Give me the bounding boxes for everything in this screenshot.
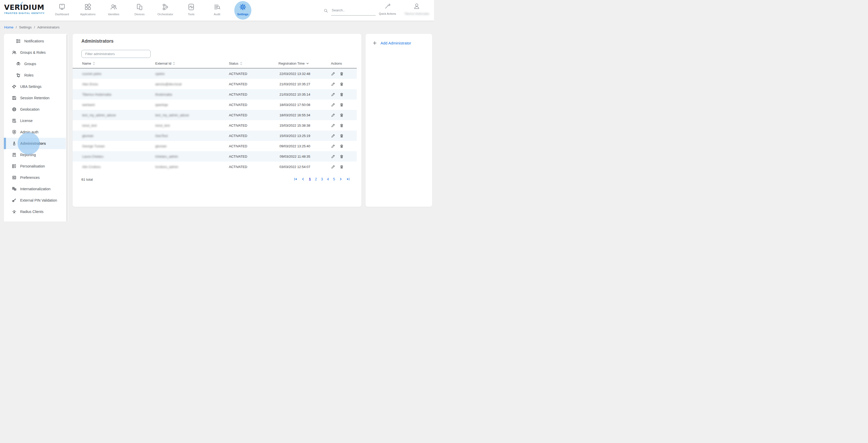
user-icon [413,3,420,10]
filter-administrators-input[interactable] [82,50,151,58]
cell-name: Alex Enciu [82,82,98,86]
breadcrumb-home-link[interactable]: Home [4,25,13,29]
column-header-external-id[interactable]: External Id [155,61,229,65]
orchestrator-icon [161,3,169,11]
add-administrator-label: Add Administrator [380,41,411,45]
add-administrator-button[interactable]: Add Administrator [372,40,411,46]
quick-actions-label: Quick Actions [375,12,400,15]
page-number[interactable]: 2 [315,177,317,181]
table-body: cosmin petre cpetre ACTIVATED 22/03/2022… [72,68,357,172]
reporting-icon [11,152,17,157]
next-page-icon[interactable] [339,177,343,181]
nav-item[interactable]: Identities [101,0,127,21]
user-menu[interactable]: Tiberius Hodorsaba [402,0,431,21]
breadcrumb-administrators: Administrators [37,25,59,29]
sidebar-item-label: Geolocation [20,107,39,111]
edit-icon[interactable] [331,102,335,107]
groups-roles-icon [11,50,17,55]
cell-registration-time: 03/03/2022 12:54:07 [278,165,331,169]
cell-status: ACTIVATED [229,92,278,96]
delete-icon[interactable] [339,144,344,148]
cell-external-id: gturean [155,144,167,148]
magic-wand-icon [384,3,391,9]
edit-icon[interactable] [331,113,335,117]
table-row: ionut_test ionut_test ACTIVATED 15/03/20… [72,120,357,130]
nav-item[interactable]: Audit [204,0,230,21]
table-header: Name External Id Status Registration Tim… [72,61,357,68]
last-page-icon[interactable] [346,177,350,181]
edit-icon[interactable] [331,154,335,159]
nav-item[interactable]: Dashboard [49,0,75,21]
external-pin-icon [11,198,17,203]
page-number[interactable]: 3 [321,177,323,181]
first-page-icon[interactable] [294,177,297,181]
breadcrumb-separator: / [34,25,35,29]
cell-external-id: lcroitoru_admin [155,165,178,169]
sort-icon [93,61,95,65]
table-row: Alex Enciu aenciu@dev.local ACTIVATED 21… [72,79,357,89]
audit-icon [213,3,221,11]
sidebar-item-label: Personalisation [20,164,45,168]
cell-name: Alin Croitoru [82,165,101,169]
page-number[interactable]: 4 [327,177,329,181]
nav-item-label: Tools [188,13,194,16]
edit-icon[interactable] [331,165,335,169]
column-header-registration-time[interactable]: Registration Time [278,61,331,65]
cell-registration-time: 09/03/2022 13:25:40 [278,144,331,148]
cell-status: ACTIVATED [229,82,278,86]
groups-icon [16,61,21,66]
nav-item[interactable]: Orchestrator [152,0,178,21]
table-row: George Turean gturean ACTIVATED 09/03/20… [72,141,357,151]
table-row: cosmin petre cpetre ACTIVATED 22/03/2022… [72,68,357,79]
delete-icon[interactable] [339,154,344,159]
roles-icon [16,72,21,78]
nav-item[interactable]: Devices [127,0,152,21]
delete-icon[interactable] [339,123,344,128]
edit-icon[interactable] [331,82,335,86]
radius-clients-icon [11,209,17,214]
breadcrumb-separator: / [16,25,17,29]
delete-icon[interactable] [339,102,344,107]
cell-status: ACTIVATED [229,113,278,117]
sidebar-item-label: Groups & Roles [20,50,46,55]
page-number[interactable]: 5 [333,177,335,181]
nav-item[interactable]: Settings [230,0,256,21]
quick-actions-button[interactable]: Quick Actions [375,0,400,21]
previous-page-icon[interactable] [301,177,305,181]
delete-icon[interactable] [339,113,344,117]
table-row: test_my_admin_aduse test_my_admin_aduse … [72,110,357,120]
column-header-status[interactable]: Status [229,61,278,65]
sidebar-item-label: UBA Settings [20,85,41,89]
cell-external-id: qwerkqe [155,103,168,107]
cell-registration-time: 15/03/2022 13:25:19 [278,134,331,138]
edit-icon[interactable] [331,92,335,97]
page-number[interactable]: 1 [309,177,311,181]
search-icon [323,8,328,13]
breadcrumb-settings[interactable]: Settings [19,25,32,29]
edit-icon[interactable] [331,134,335,138]
cell-external-id: aenciu@dev.local [155,82,182,86]
breadcrumb: Home / Settings / Administrators [4,21,60,34]
tools-icon [187,3,195,11]
cell-status: ACTIVATED [229,123,278,127]
delete-icon[interactable] [339,92,344,97]
delete-icon[interactable] [339,82,344,86]
edit-icon[interactable] [331,144,335,148]
preferences-icon [11,175,17,180]
column-header-name[interactable]: Name [82,61,155,65]
edit-icon[interactable] [331,71,335,76]
top-bar: VERIDIUM TRUSTED DIGITAL IDENTITY Dashbo… [0,0,434,21]
edit-icon[interactable] [331,123,335,128]
delete-icon[interactable] [339,134,344,138]
search-input[interactable] [331,7,376,16]
administrators-card: Administrators Name External Id Status R… [72,34,362,207]
nav-item-label: Applications [80,13,95,16]
delete-icon[interactable] [339,165,344,169]
nav-item[interactable]: Tools [178,0,204,21]
uba-settings-icon [11,84,17,89]
nav-item[interactable]: Applications [75,0,101,21]
delete-icon[interactable] [339,71,344,76]
cell-registration-time: 21/03/2022 10:35:27 [278,82,331,86]
page-numbers: 1 2 3 4 5 [309,177,335,181]
sidebar-item-label: License [20,119,33,123]
